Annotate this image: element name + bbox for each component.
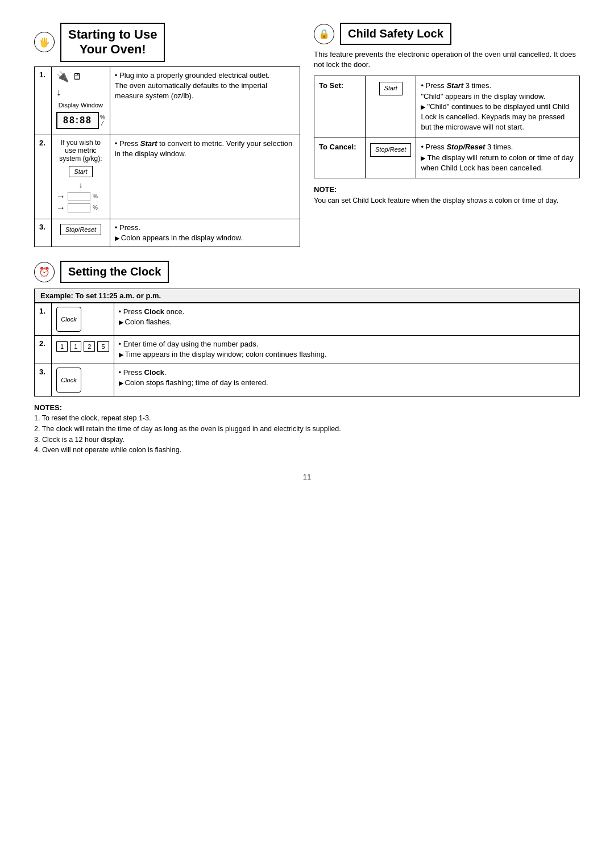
to-cancel-label: To Cancel: — [314, 137, 366, 178]
step2-num: 2. — [35, 135, 52, 219]
metric-box-1 — [68, 192, 90, 201]
arrow-time-appears — [119, 350, 125, 358]
page-number: 11 — [34, 473, 580, 481]
csl-table: To Set: Start • Press Start 3 times. "Ch… — [314, 76, 580, 178]
clock-steps-table: 1. Clock • Press Clock once. Colon flash… — [34, 303, 580, 396]
clock-step3-icon: Clock — [52, 364, 114, 396]
metric-box-2 — [68, 203, 90, 212]
arrow-icon-step2: ↓ — [56, 181, 105, 189]
display-window-value: 88:88 — [56, 112, 99, 129]
clock-step1-text: • Press Clock once. Colon flashes. — [114, 303, 580, 336]
starting-to-use-section: 🖐 Starting to Use Your Oven! 1. 🔌 🖥 — [34, 23, 300, 247]
num-pad-1[interactable]: 1 — [56, 341, 68, 352]
oven-diagram: 🔌 🖥 ↓ Display Window 88:88 % ⁄ — [56, 70, 105, 131]
clock-notes-title: NOTES: — [34, 402, 580, 414]
clock-note-4: 4. Oven will not operate while colon is … — [34, 445, 580, 456]
csl-note-text: You can set Child Lock feature when the … — [314, 197, 558, 205]
clock-section-header: ⏰ Setting the Clock — [34, 261, 580, 283]
clock-step3-row: 3. Clock • Press Clock. Colon stops flas… — [35, 364, 580, 396]
metric-icons: → % → % — [56, 191, 105, 213]
stop-reset-button-csl[interactable]: Stop/Reset — [370, 143, 411, 156]
metric-row-2: → % — [56, 203, 105, 213]
start-bold-csl: Start — [446, 81, 463, 90]
clock-notes: NOTES: 1. To reset the clock, repeat ste… — [34, 402, 580, 456]
arrow-colon-stops — [119, 378, 125, 387]
step1-num: 1. — [35, 66, 52, 135]
clock-step2-text: • Enter time of day using the number pad… — [114, 336, 580, 364]
clock-step2-num: 2. — [35, 336, 52, 364]
clock-note-2: 2. The clock will retain the time of day… — [34, 424, 580, 435]
to-cancel-icon-cell: Stop/Reset — [366, 137, 416, 178]
metric-row-1: → % — [56, 191, 105, 202]
step2-text: • Press Start to convert to metric. Veri… — [110, 135, 300, 219]
csl-header: 🔒 Child Safety Lock — [314, 23, 580, 45]
oven-hand-icon: 🖐 — [34, 32, 55, 52]
clock-step1-row: 1. Clock • Press Clock once. Colon flash… — [35, 303, 580, 336]
clock-step1-icon: Clock — [52, 303, 114, 336]
clock-title-box: Setting the Clock — [60, 261, 169, 283]
fraction-labels: % ⁄ — [100, 114, 105, 127]
setting-the-clock-section: ⏰ Setting the Clock Example: To set 11:2… — [34, 261, 580, 456]
stop-reset-button-step3[interactable]: Stop/Reset — [60, 224, 101, 235]
start-bold: Start — [140, 139, 157, 148]
step1-icon-cell: 🔌 🖥 ↓ Display Window 88:88 % ⁄ — [52, 66, 110, 135]
starting-section-header: 🖐 Starting to Use Your Oven! — [34, 23, 300, 62]
csl-title: Child Safety Lock — [348, 27, 443, 40]
arrow-display-return — [421, 153, 427, 162]
step2-row: 2. If you wish to use metric system (g/k… — [35, 135, 300, 219]
to-cancel-text: • Press Stop/Reset 3 times. The display … — [416, 137, 580, 178]
to-set-row: To Set: Start • Press Start 3 times. "Ch… — [314, 76, 580, 137]
csl-note: NOTE: You can set Child Lock feature whe… — [314, 184, 580, 206]
clock-step3-text: • Press Clock. Colon stops flashing; tim… — [114, 364, 580, 396]
clock-bold-step1: Clock — [144, 307, 164, 316]
clock-step3-num: 3. — [35, 364, 52, 396]
starting-title-box: Starting to Use Your Oven! — [60, 23, 165, 62]
lock-icon: 🔒 — [314, 24, 334, 44]
starting-steps-table: 1. 🔌 🖥 ↓ Display Window 88:88 — [34, 66, 300, 247]
display-icon: 🖥 — [72, 72, 81, 82]
start-button-step2[interactable]: Start — [69, 166, 92, 177]
clock-note-1: 1. To reset the clock, repeat step 1-3. — [34, 413, 580, 424]
arrow-down-icon: ↓ — [56, 86, 61, 98]
child-safety-lock-section: 🔒 Child Safety Lock This feature prevent… — [314, 23, 580, 247]
num-pad-2[interactable]: 1 — [70, 341, 81, 352]
plug-icon: 🔌 — [56, 70, 69, 83]
num-pad-4[interactable]: 5 — [97, 341, 109, 352]
step3-row: 3. Stop/Reset • Press. Colon appears in … — [35, 219, 300, 247]
clock-bold-step3: Clock — [144, 368, 164, 377]
clock-note-3: 3. Clock is a 12 hour display. — [34, 435, 580, 445]
num-pad-3[interactable]: 2 — [84, 341, 95, 352]
clock-button-step1[interactable]: Clock — [56, 307, 81, 332]
arrow-child-continues — [421, 102, 427, 111]
display-window-label: Display Window 88:88 % ⁄ — [56, 102, 105, 131]
stop-reset-bold-csl: Stop/Reset — [446, 143, 485, 151]
arrow-colon — [115, 233, 121, 242]
start-button-csl[interactable]: Start — [379, 82, 403, 95]
clock-alarm-icon: ⏰ — [34, 262, 55, 282]
num-pads-row: 1 1 2 5 — [56, 341, 109, 352]
step3-icon-cell: Stop/Reset — [52, 219, 110, 247]
csl-note-title: NOTE: — [314, 185, 337, 194]
to-cancel-row: To Cancel: Stop/Reset • Press Stop/Reset… — [314, 137, 580, 178]
arrow-colon-flashes — [119, 318, 125, 326]
clock-title: Setting the Clock — [68, 265, 161, 278]
clock-step2-row: 2. 1 1 2 5 • Enter time of day using the… — [35, 336, 580, 364]
step1-text: • Plug into a properly grounded electric… — [110, 66, 300, 135]
step1-row: 1. 🔌 🖥 ↓ Display Window 88:88 — [35, 66, 300, 135]
step3-text: • Press. Colon appears in the display wi… — [110, 219, 300, 247]
to-set-text: • Press Start 3 times. "Child" appears i… — [416, 76, 580, 137]
clock-button-step3[interactable]: Clock — [56, 368, 81, 393]
clock-step2-icon: 1 1 2 5 — [52, 336, 114, 364]
example-banner: Example: To set 11:25 a.m. or p.m. — [34, 289, 580, 303]
csl-intro: This feature prevents the electronic ope… — [314, 49, 580, 70]
to-set-icon-cell: Start — [366, 76, 416, 137]
clock-step1-num: 1. — [35, 303, 52, 336]
step2-label: If you wish to use metric system (g/kg): — [56, 139, 105, 162]
step3-num: 3. — [35, 219, 52, 247]
to-set-label: To Set: — [314, 76, 366, 137]
starting-title: Starting to Use Your Oven! — [68, 27, 157, 57]
csl-title-box: Child Safety Lock — [340, 23, 451, 45]
step2-icon-cell: If you wish to use metric system (g/kg):… — [52, 135, 110, 219]
